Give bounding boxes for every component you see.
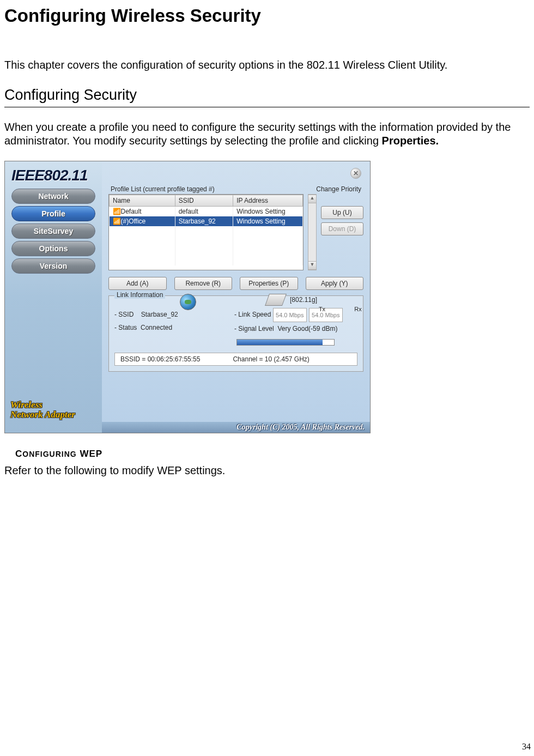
adapter-label-line2: Network Adapter: [10, 409, 75, 420]
table-row: [110, 236, 303, 246]
col-ssid[interactable]: SSID: [175, 195, 233, 207]
protocol-label: [802.11g]: [290, 296, 317, 304]
section-heading: Configuring Security: [4, 87, 530, 104]
tx-rate: 54.0 Mbps: [273, 308, 307, 322]
subhead-wep: WEP: [77, 449, 102, 459]
body-paragraph: When you create a profile you need to co…: [4, 120, 530, 148]
signal-icon: 📶: [113, 217, 121, 225]
cell-name: Default: [121, 208, 142, 215]
signal-fill: [237, 340, 323, 345]
signal-value: Very Good(-59 dBm): [277, 325, 337, 332]
main-panel: ✕ Profile List (current profile tagged #…: [102, 161, 370, 433]
action-row: Add (A) Remove (R) Properties (P) Apply …: [108, 277, 363, 290]
main-inner: Profile List (current profile tagged #) …: [102, 161, 370, 372]
copyright-bar: Copyright (C) 2005, All Rights Reserved.: [102, 422, 370, 433]
properties-button[interactable]: Properties (P): [240, 277, 298, 290]
divider: [4, 107, 530, 107]
link-col-left: - SSID Starbase_92 - Status Connected: [114, 308, 223, 348]
page-title: Configuring Wireless Security: [4, 5, 530, 26]
profile-area: Name SSID IP Address 📶Default default Wi…: [108, 194, 363, 270]
tx-label: Tx: [305, 306, 339, 312]
table-row: [110, 256, 303, 265]
signal-bar: [236, 339, 335, 346]
add-button[interactable]: Add (A): [108, 277, 167, 290]
subhead-c: C: [15, 449, 22, 459]
rx-label: Rx: [341, 306, 371, 312]
cell-name: (#)Office: [121, 217, 146, 225]
col-name[interactable]: Name: [110, 195, 175, 207]
close-icon[interactable]: ✕: [350, 168, 361, 179]
signal-icon: 📶: [113, 208, 121, 215]
cell-ssid: Starbase_92: [175, 216, 233, 226]
change-priority-label: Change Priority: [316, 185, 361, 193]
globe-icon: [180, 294, 196, 310]
nav-options[interactable]: Options: [11, 241, 95, 256]
link-info-label: Link Information: [114, 291, 165, 299]
subhead-onfiguring: ONFIGURING: [22, 450, 76, 458]
table-row[interactable]: 📶Default default Windows Setting: [110, 207, 303, 217]
scroll-up-icon[interactable]: ▲: [308, 195, 316, 203]
cell-ssid: default: [175, 207, 233, 217]
chapter-intro: This chapter covers the configuration of…: [4, 59, 530, 71]
up-button[interactable]: Up (U): [321, 206, 363, 219]
apply-button[interactable]: Apply (Y): [306, 277, 364, 290]
channel-value: Channel = 10 (2.457 GHz): [233, 355, 309, 363]
table-header-row: Name SSID IP Address: [110, 195, 303, 207]
adapter-label: Wireless Network Adapter: [10, 400, 75, 420]
down-button[interactable]: Down (D): [321, 222, 363, 235]
network-card-icon: [265, 294, 287, 306]
status-label: - Status: [114, 324, 137, 331]
speed-label: - Link Speed: [234, 311, 271, 318]
wep-body: Refer to the following to modify WEP set…: [4, 464, 530, 477]
adapter-label-line1: Wireless: [10, 400, 43, 410]
link-grid: - SSID Starbase_92 - Status Connected - …: [114, 308, 357, 348]
bssid-row: BSSID = 00:06:25:67:55:55 Channel = 10 (…: [114, 353, 357, 366]
table-row: [110, 226, 303, 236]
body-bold: Properties.: [382, 135, 439, 147]
txrx-header: Tx Rx: [305, 306, 371, 312]
nav-version[interactable]: Version: [11, 258, 95, 274]
list-header: Profile List (current profile tagged #) …: [108, 185, 363, 194]
table-row: [110, 246, 303, 256]
link-col-right: - Link Speed 54.0 Mbps 54.0 Mbps - Signa…: [234, 308, 357, 348]
page-number: 34: [522, 742, 531, 752]
document-page: Configuring Wireless Security This chapt…: [0, 0, 534, 756]
status-value: Connected: [141, 324, 172, 331]
remove-button[interactable]: Remove (R): [174, 277, 233, 290]
ssid-value: Starbase_92: [141, 311, 178, 318]
signal-label: - Signal Level: [234, 325, 274, 332]
app-screenshot: IEEE802.11 Network Profile SiteSurvey Op…: [4, 161, 371, 433]
profile-list-label: Profile List (current profile tagged #): [111, 185, 215, 193]
app-logo: IEEE802.11: [5, 161, 102, 186]
table-row[interactable]: 📶(#)Office Starbase_92 Windows Setting: [110, 216, 303, 226]
profile-table[interactable]: Name SSID IP Address 📶Default default Wi…: [108, 194, 304, 270]
scrollbar[interactable]: ▲ ▼: [308, 194, 317, 270]
priority-buttons: Up (U) Down (D): [321, 194, 363, 270]
cell-ip: Windows Setting: [233, 216, 303, 226]
sidebar: IEEE802.11 Network Profile SiteSurvey Op…: [5, 161, 102, 433]
link-information-box: Link Information [802.11g] Tx Rx - SSID …: [108, 295, 363, 372]
wep-subheading: CONFIGURING WEP: [15, 449, 530, 459]
cell-ip: Windows Setting: [233, 207, 303, 217]
ssid-label: - SSID: [114, 311, 134, 318]
nav-network[interactable]: Network: [11, 189, 95, 204]
nav-sitesurvey[interactable]: SiteSurvey: [11, 223, 95, 239]
col-ip[interactable]: IP Address: [233, 195, 303, 207]
bssid-value: BSSID = 00:06:25:67:55:55: [120, 355, 200, 363]
nav-profile[interactable]: Profile: [11, 206, 95, 221]
scroll-down-icon[interactable]: ▼: [308, 261, 316, 270]
